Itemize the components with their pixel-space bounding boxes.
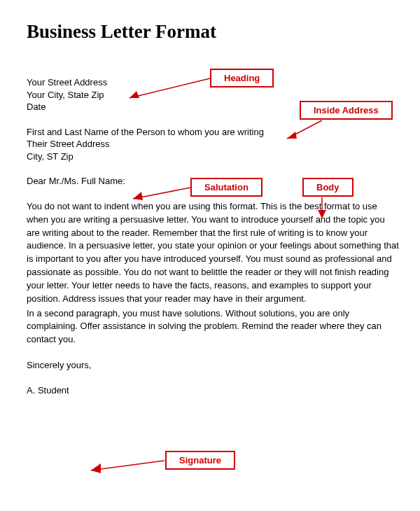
label-inside-address: Inside Address (300, 101, 393, 120)
svg-marker-9 (91, 463, 101, 473)
closing-line: Sincerely yours, (27, 359, 399, 372)
svg-marker-5 (133, 192, 143, 200)
inside-address-line: Their Street Address (27, 138, 399, 150)
inside-address-block: First and Last Name of the Person to who… (27, 126, 399, 163)
svg-line-4 (133, 188, 190, 199)
label-salutation: Salutation (190, 178, 262, 197)
label-body: Body (302, 178, 354, 197)
closing-block: Sincerely yours, A. Student (27, 359, 399, 396)
body-block: You do not want to indent when you are u… (27, 200, 399, 346)
heading-line: Your City, State Zip (27, 89, 399, 102)
body-paragraph: In a second paragraph, you must have sol… (27, 307, 399, 347)
page-title: Business Letter Format (27, 21, 399, 43)
signature-line: A. Student (27, 384, 399, 397)
svg-line-8 (91, 461, 164, 470)
body-paragraph: You do not want to indent when you are u… (27, 200, 399, 306)
inside-address-line: City, ST Zip (27, 150, 399, 163)
label-signature: Signature (165, 451, 235, 470)
inside-address-line: First and Last Name of the Person to who… (27, 126, 399, 139)
label-heading: Heading (210, 69, 274, 88)
arrow-icon (84, 455, 168, 476)
